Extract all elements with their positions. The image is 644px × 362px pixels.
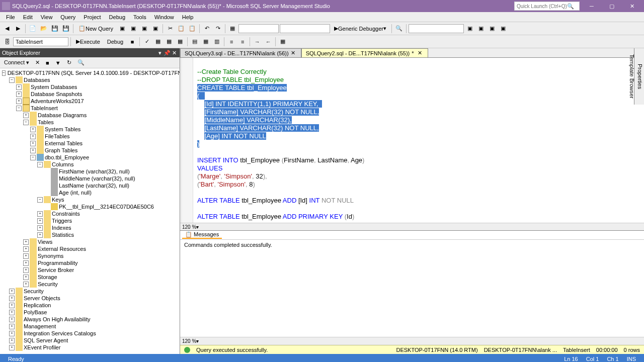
sql-editor[interactable]: --Create Table Correctly --DROP TABLE tb… (180, 58, 644, 223)
expand-icon[interactable]: + (37, 218, 43, 224)
expand-icon[interactable]: + (23, 267, 29, 273)
paste-button[interactable]: 📋 (187, 24, 197, 34)
debug-button[interactable]: Debug (104, 37, 126, 47)
options-button[interactable]: ▦ (175, 37, 185, 47)
properties-tab[interactable]: Properties (636, 50, 644, 103)
find-button[interactable]: 🔍 (394, 24, 404, 34)
replication-node[interactable]: Replication (24, 302, 51, 308)
expand-icon[interactable]: + (37, 225, 43, 231)
sysdb-node[interactable]: System Databases (31, 84, 77, 90)
q4-button[interactable]: ▣ (150, 24, 160, 34)
col-lastname[interactable]: LastName (varchar(32), null) (59, 183, 129, 189)
new-query-button[interactable]: 📋 New Query (75, 24, 116, 34)
oe-pin-icon[interactable]: 📌 (164, 50, 171, 56)
iscat-node[interactable]: Integration Services Catalogs (24, 330, 96, 336)
expand-icon[interactable]: + (9, 317, 15, 322)
expand-icon[interactable]: + (16, 92, 22, 97)
expand-icon[interactable]: + (37, 211, 43, 217)
oe-dropdown-icon[interactable]: ▾ (156, 50, 164, 56)
views-node[interactable]: Views (38, 239, 52, 245)
config-combo[interactable] (280, 24, 330, 33)
execute-button[interactable]: ▶ Execute (73, 37, 103, 47)
triggers-node[interactable]: Triggers (52, 218, 72, 224)
oe-filter-icon[interactable]: ▼ (53, 60, 63, 66)
q1-button[interactable]: ▣ (117, 24, 127, 34)
constraints-node[interactable]: Constraints (52, 211, 80, 217)
minimize-button[interactable]: ─ (582, 0, 602, 12)
statistics-node[interactable]: Statistics (52, 232, 74, 238)
menu-window[interactable]: Window (150, 13, 178, 21)
close-button[interactable]: ✕ (622, 0, 642, 12)
alwayson-node[interactable]: Always On High Availability (24, 316, 90, 322)
tb-a[interactable]: ▣ (465, 24, 475, 34)
menu-file[interactable]: File (2, 13, 19, 21)
tables-node[interactable]: Tables (38, 119, 54, 125)
expand-icon[interactable]: + (9, 331, 15, 336)
expand-icon[interactable]: − (16, 106, 22, 111)
keys-node[interactable]: Keys (52, 197, 64, 203)
plan-button[interactable]: ▦ (153, 37, 163, 47)
close-icon[interactable]: ✕ (418, 50, 424, 56)
databases-node[interactable]: Databases (24, 77, 50, 83)
expand-icon[interactable]: + (16, 84, 22, 90)
tab-sqlquery3[interactable]: SQLQuery3.sql - DE...T17FNN\alank (56)) … (180, 48, 301, 57)
quick-launch-input[interactable] (517, 4, 567, 9)
col-firstname[interactable]: FirstName (varchar(32), null) (59, 168, 130, 174)
extres-node[interactable]: External Resources (38, 246, 86, 252)
menu-query[interactable]: Query (56, 13, 79, 21)
adventure-node[interactable]: AdventureWorks2017 (31, 98, 84, 104)
results-grid-button[interactable]: ▦ (201, 37, 211, 47)
expand-icon[interactable]: + (9, 324, 15, 329)
menu-debug[interactable]: Debug (105, 13, 129, 21)
expand-icon[interactable]: + (30, 134, 36, 139)
quick-launch[interactable]: 🔍 (514, 2, 580, 11)
redo-button[interactable]: ↷ (213, 24, 223, 34)
oe-search-icon[interactable]: 🔍 (75, 59, 87, 66)
col-middlename[interactable]: MiddleName (varchar(32), null) (59, 175, 135, 182)
expand-icon[interactable]: + (30, 141, 36, 146)
search-icon[interactable]: 🔍 (567, 3, 574, 10)
filetables-node[interactable]: FileTables (45, 133, 70, 139)
grid-button[interactable]: ▦ (227, 24, 237, 34)
use-db-icon[interactable]: 🗄 (2, 37, 12, 47)
object-explorer-tree[interactable]: −DESKTOP-0T17FNN (SQL Server 14.0.1000.1… (0, 68, 180, 354)
programmability-node[interactable]: Programmability (38, 260, 77, 266)
security-node[interactable]: Security (38, 281, 58, 287)
exttables-node[interactable]: External Tables (45, 140, 83, 146)
expand-icon[interactable]: + (16, 99, 22, 104)
tab-sqlquery2[interactable]: SQLQuery2.sql - DE...T17FNN\alank (55)) … (301, 48, 429, 57)
undo-button[interactable]: ↶ (202, 24, 212, 34)
connect-button[interactable]: Connect ▾ (2, 59, 31, 66)
forward-button[interactable]: ▶ (13, 24, 23, 34)
expand-icon[interactable]: + (23, 239, 29, 245)
search-combo[interactable] (409, 24, 464, 33)
pk-node[interactable]: PK__tbl_Empl__3214EC07D0AE50C6 (59, 204, 154, 210)
q2-button[interactable]: ▣ (128, 24, 138, 34)
menu-edit[interactable]: Edit (19, 13, 37, 21)
tb-d[interactable]: ▣ (498, 24, 508, 34)
messages-zoom-value[interactable]: 120 % (182, 338, 196, 344)
management-node[interactable]: Management (24, 323, 56, 329)
menu-view[interactable]: View (37, 13, 57, 21)
comment-button[interactable]: ≡ (226, 37, 236, 47)
expand-icon[interactable]: + (9, 296, 15, 301)
col-age[interactable]: Age (int, null) (59, 190, 92, 196)
oe-close-icon[interactable]: ✕ (171, 50, 178, 56)
tb-c[interactable]: ▣ (487, 24, 497, 34)
expand-icon[interactable]: + (9, 338, 15, 343)
results-text-button[interactable]: ▤ (190, 37, 200, 47)
close-icon[interactable]: ✕ (291, 50, 297, 56)
oe-stop-icon[interactable]: ■ (44, 60, 51, 66)
zoom-value[interactable]: 120 % (182, 224, 196, 230)
expand-icon[interactable]: − (37, 197, 43, 203)
systables-node[interactable]: System Tables (45, 126, 80, 132)
menu-project[interactable]: Project (79, 13, 105, 21)
storage-node[interactable]: Storage (38, 274, 57, 280)
expand-icon[interactable]: + (9, 289, 15, 294)
expand-icon[interactable]: + (23, 260, 29, 266)
open-button[interactable]: 📂 (39, 24, 49, 34)
stats-button[interactable]: ▦ (164, 37, 174, 47)
synonyms-node[interactable]: Synonyms (38, 253, 63, 259)
dbdiagrams-node[interactable]: Database Diagrams (38, 112, 87, 118)
indent-button[interactable]: → (252, 37, 262, 47)
